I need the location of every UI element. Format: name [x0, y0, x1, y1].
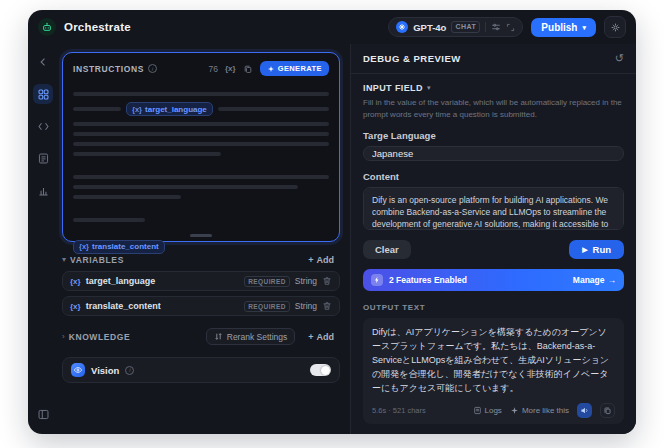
sparkle-icon	[510, 406, 519, 415]
debug-body: INPUT FIELD ▾ Fill in the value of the v…	[351, 74, 636, 434]
sidebar	[28, 44, 58, 434]
rerank-icon	[214, 332, 223, 341]
rerank-settings-button[interactable]: Rerank Settings	[206, 328, 295, 345]
skeleton-line	[73, 132, 329, 136]
chevron-down-icon: ▾	[427, 84, 431, 92]
variable-chip-label: translate_content	[92, 242, 159, 251]
copy-icon[interactable]	[243, 64, 253, 74]
chevron-right-icon[interactable]: ›	[62, 333, 65, 341]
model-provider-icon	[396, 21, 408, 33]
play-icon: ▶	[582, 246, 587, 253]
skeleton-line	[73, 142, 329, 146]
sidebar-item-orchestrate[interactable]	[33, 84, 53, 104]
instructions-header: INSTRUCTIONS i 76 {x} GENERATE	[73, 61, 329, 76]
variable-icon: {x}	[79, 242, 89, 251]
variable-icon: {x}	[132, 105, 142, 114]
resize-handle[interactable]	[190, 234, 212, 237]
more-like-this-button[interactable]: More like this	[510, 406, 569, 415]
clear-button[interactable]: Clear	[363, 240, 411, 259]
variable-type: String	[295, 276, 317, 286]
skeleton-line	[73, 107, 121, 111]
instructions-editor[interactable]: INSTRUCTIONS i 76 {x} GENERATE	[62, 52, 340, 242]
add-variable-button[interactable]: + Add	[302, 254, 340, 266]
model-name: GPT-4o	[413, 22, 446, 33]
vision-feature-card: Vision i	[62, 357, 340, 383]
skeleton-gap	[73, 205, 329, 212]
chevron-down-icon: ▾	[582, 24, 586, 31]
insert-variable-icon[interactable]: {x}	[225, 64, 236, 73]
delete-icon[interactable]	[322, 276, 332, 286]
skeleton-line	[73, 218, 145, 222]
model-selector[interactable]: GPT-4o CHAT	[388, 17, 523, 37]
output-text: Difyは、AIアプリケーションを構築するためのオープンソースプラットフォームで…	[372, 326, 615, 396]
plus-icon: +	[308, 255, 313, 265]
knowledge-title: KNOWLEDGE	[69, 332, 131, 342]
output-text-title: OUTPUT TEXT	[363, 303, 624, 312]
sidebar-item-api-access[interactable]	[33, 116, 53, 136]
variables-title: VARIABLES	[70, 255, 124, 265]
run-button[interactable]: ▶ Run	[569, 240, 624, 259]
logs-button[interactable]: Logs	[473, 406, 502, 415]
variable-type: String	[295, 301, 317, 311]
skeleton-line	[73, 185, 298, 189]
text-to-speech-button[interactable]	[577, 403, 592, 418]
publish-label: Publish	[541, 22, 577, 33]
sidebar-item-logs[interactable]	[33, 148, 53, 168]
knowledge-section-header: › KNOWLEDGE Rerank Settings + Add	[62, 328, 340, 345]
output-stats: 5.6s · 521 chars	[372, 406, 426, 415]
instructions-title: INSTRUCTIONS	[73, 64, 144, 74]
variable-name: target_language	[86, 276, 156, 286]
action-buttons: Clear ▶ Run	[363, 240, 624, 259]
info-icon[interactable]: i	[125, 366, 134, 375]
variable-row[interactable]: {x} translate_content REQUIRED String	[62, 296, 340, 316]
delete-icon[interactable]	[322, 301, 332, 311]
arrow-right-icon: →	[608, 275, 617, 285]
variable-chip-label: target_language	[145, 105, 207, 114]
skeleton-line	[73, 92, 329, 96]
collapse-sidebar-icon[interactable]	[33, 404, 53, 424]
variable-icon: {x}	[70, 277, 81, 286]
features-label: 2 Features Enabled	[389, 275, 467, 285]
knowledge-tools: Rerank Settings + Add	[206, 328, 340, 345]
sparkle-icon	[267, 65, 275, 73]
target-language-input[interactable]	[363, 146, 624, 161]
publish-button[interactable]: Publish ▾	[531, 18, 596, 37]
chevron-down-icon[interactable]: ▾	[62, 256, 66, 264]
prompt-skeleton: {x} target_language	[73, 86, 329, 254]
generate-button[interactable]: GENERATE	[260, 61, 329, 76]
target-language-label: Targe Language	[363, 130, 624, 141]
variable-chip-translate-content[interactable]: {x} translate_content	[73, 240, 165, 254]
model-params-sliders-icon[interactable]	[491, 22, 501, 32]
speaker-icon	[580, 406, 589, 415]
copy-output-button[interactable]	[600, 403, 615, 418]
add-knowledge-button[interactable]: + Add	[302, 331, 340, 343]
variable-row[interactable]: {x} target_language REQUIRED String	[62, 271, 340, 291]
output-footer: 5.6s · 521 chars Logs More like this	[372, 403, 615, 418]
orchestrate-panel: INSTRUCTIONS i 76 {x} GENERATE	[58, 44, 350, 434]
back-icon[interactable]	[33, 52, 53, 72]
content-textarea[interactable]	[363, 187, 624, 230]
vision-toggle[interactable]	[310, 364, 331, 376]
expand-model-settings-icon[interactable]	[506, 23, 515, 32]
sidebar-item-overview[interactable]	[33, 180, 53, 200]
info-icon[interactable]: i	[148, 64, 157, 73]
eye-icon	[71, 363, 85, 377]
input-field-description: Fill in the value of the variable, which…	[363, 97, 624, 120]
vision-label: Vision	[91, 365, 119, 376]
debug-preview-panel: DEBUG & PREVIEW ↺ INPUT FIELD ▾ Fill in …	[350, 44, 636, 434]
settings-button[interactable]	[604, 16, 626, 38]
manage-features-link[interactable]: Manage →	[573, 275, 616, 285]
add-label: Add	[317, 255, 335, 265]
skeleton-line	[73, 195, 181, 199]
generate-label: GENERATE	[278, 64, 322, 73]
features-enabled-bar[interactable]: 2 Features Enabled Manage →	[363, 269, 624, 291]
variable-chip-target-language[interactable]: {x} target_language	[126, 102, 213, 116]
pill-divider	[485, 22, 486, 32]
instructions-toolbar: 76 {x} GENERATE	[209, 61, 329, 76]
refresh-icon[interactable]: ↺	[615, 52, 624, 65]
copy-icon	[603, 406, 612, 415]
skeleton-line: {x} target_language	[73, 102, 329, 116]
input-field-collapse[interactable]: INPUT FIELD ▾	[363, 83, 624, 93]
skeleton-line	[73, 152, 221, 156]
debug-header: DEBUG & PREVIEW ↺	[351, 44, 636, 74]
